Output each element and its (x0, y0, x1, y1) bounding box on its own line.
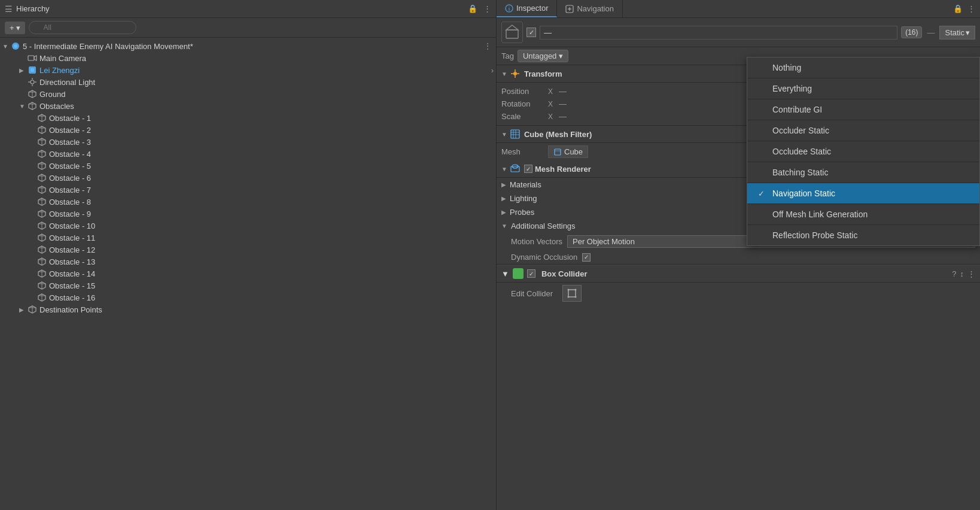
transform-section-title: Transform (524, 69, 562, 78)
mesh-renderer-arrow: ▼ (501, 166, 507, 172)
hierarchy-item[interactable]: ▶Destination Points (0, 303, 496, 315)
tree-label-21: Destination Points (39, 305, 102, 314)
hierarchy-item[interactable]: ▼Obstacles (0, 100, 496, 112)
position-value: — (559, 87, 567, 96)
hierarchy-item[interactable]: Directional Light (0, 76, 496, 88)
hamburger-icon[interactable]: ☰ (5, 4, 13, 14)
layer-badge[interactable]: (16) (901, 26, 922, 38)
transform-toggle-arrow: ▼ (501, 71, 507, 77)
lighting-label: Lighting (510, 194, 537, 203)
scale-value: — (559, 112, 567, 121)
svg-point-91 (568, 289, 570, 291)
tree-label-10: Obstacle - 6 (49, 174, 91, 183)
hierarchy-item[interactable]: Obstacle - 10 (0, 220, 496, 232)
edit-collider-button[interactable] (562, 285, 582, 302)
hierarchy-item[interactable]: Obstacle - 3 (0, 136, 496, 148)
mesh-value-box[interactable]: Cube (548, 145, 588, 158)
lock-icon[interactable]: 🔒 (468, 4, 477, 13)
tab-more-icon[interactable]: ⋮ (967, 4, 975, 13)
game-object-icon[interactable] (501, 22, 523, 43)
tag-dropdown-arrow: ▾ (559, 51, 563, 60)
tree-item-icon-21 (28, 305, 37, 314)
tree-label-19: Obstacle - 15 (49, 281, 95, 290)
tree-label-5: Obstacle - 1 (49, 114, 91, 123)
hierarchy-item[interactable]: Obstacle - 13 (0, 256, 496, 268)
hierarchy-item[interactable]: Obstacle - 15 (0, 280, 496, 292)
tree-item-icon-2 (28, 77, 37, 87)
dropdown-item-reflection-probe[interactable]: Reflection Probe Static (747, 225, 979, 245)
hierarchy-item[interactable]: Obstacle - 5 (0, 160, 496, 172)
search-input[interactable] (29, 21, 136, 34)
hierarchy-item[interactable]: Ground (0, 88, 496, 100)
box-collider-icon (513, 268, 524, 279)
materials-arrow: ▶ (501, 181, 506, 188)
dropdown-item-everything[interactable]: Everything (747, 78, 979, 99)
navigation-tab-icon (565, 5, 574, 13)
tree-arrow-4: ▼ (19, 103, 28, 110)
materials-label: Materials (510, 180, 541, 189)
tag-dropdown[interactable]: Untagged ▾ (518, 50, 568, 62)
hierarchy-root-item[interactable]: ▼ 5 - Intermediate Enemy AI Navigation M… (0, 40, 496, 52)
hierarchy-title: Hierarchy (16, 4, 50, 13)
mesh-filter-title: Cube (Mesh Filter) (524, 130, 592, 139)
dropdown-item-contribute-gi[interactable]: Contribute GI (747, 99, 979, 120)
static-dropdown-arrow: ▾ (966, 28, 970, 37)
svg-rect-2 (28, 56, 34, 60)
hierarchy-item[interactable]: Obstacle - 12 (0, 244, 496, 256)
tree-label-17: Obstacle - 13 (49, 257, 95, 266)
hierarchy-item[interactable]: Obstacle - 9 (0, 208, 496, 220)
hierarchy-item[interactable]: Obstacle - 8 (0, 196, 496, 208)
bc-action-icon[interactable]: ↕ (960, 269, 964, 278)
svg-rect-90 (568, 290, 576, 297)
static-button[interactable]: Static ▾ (939, 26, 975, 40)
hierarchy-header: ☰ Hierarchy 🔒 ⋮ (0, 0, 496, 18)
box-collider-checkbox[interactable]: ✓ (527, 269, 535, 278)
hierarchy-item[interactable]: Obstacle - 11 (0, 232, 496, 244)
tree-item-icon-13 (37, 209, 47, 218)
dropdown-item-occludee-static[interactable]: Occludee Static (747, 141, 979, 162)
hierarchy-item[interactable]: Obstacle - 14 (0, 268, 496, 280)
edit-collider-row: Edit Collider (497, 283, 980, 304)
object-name-input[interactable] (540, 26, 897, 40)
more-icon[interactable]: ⋮ (483, 4, 491, 13)
hierarchy-item[interactable]: Obstacle - 16 (0, 292, 496, 303)
tab-inspector-label: Inspector (516, 4, 548, 13)
tree-item-icon-10 (37, 173, 47, 183)
hierarchy-item[interactable]: Obstacle - 7 (0, 184, 496, 196)
root-icon (11, 41, 20, 51)
svg-marker-3 (34, 56, 36, 60)
hierarchy-item[interactable]: Obstacle - 1 (0, 112, 496, 124)
tree-item-icon-15 (37, 233, 47, 242)
dropdown-item-navigation-static[interactable]: ✓ Navigation Static (747, 183, 979, 204)
dynamic-occlusion-checkbox[interactable]: ✓ (582, 253, 591, 262)
dropdown-item-nothing[interactable]: Nothing (747, 57, 979, 78)
tab-bar: i Inspector Navigation 🔒 ⋮ (497, 0, 980, 18)
svg-text:i: i (509, 6, 510, 12)
dropdown-item-off-mesh-link[interactable]: Off Mesh Link Generation (747, 204, 979, 225)
active-checkbox[interactable]: ✓ (526, 28, 536, 37)
svg-point-1 (14, 44, 17, 48)
hierarchy-item[interactable]: Main Camera (0, 52, 496, 64)
dropdown-item-occluder-static[interactable]: Occluder Static (747, 120, 979, 141)
hierarchy-item[interactable]: Obstacle - 2 (0, 124, 496, 136)
rotation-value: — (559, 99, 567, 108)
box-collider-header[interactable]: ▼ ✓ Box Collider ? ↕ ⋮ (497, 265, 980, 283)
tab-lock-icon[interactable]: 🔒 (953, 4, 963, 13)
add-button[interactable]: + ▾ (5, 22, 25, 34)
dropdown-item-batching-static[interactable]: Batching Static (747, 162, 979, 183)
box-collider-actions: ? ↕ ⋮ (952, 269, 975, 278)
mesh-renderer-checkbox[interactable]: ✓ (524, 165, 532, 173)
svg-point-6 (31, 80, 34, 84)
tab-navigation-label: Navigation (577, 4, 613, 13)
position-label: Position (501, 87, 543, 96)
hierarchy-item[interactable]: Obstacle - 4 (0, 148, 496, 160)
tree-item-icon-5 (37, 113, 47, 123)
hierarchy-item[interactable]: ▶Lei Zhengzi› (0, 64, 496, 76)
tab-navigation[interactable]: Navigation (557, 0, 622, 17)
bc-help-icon[interactable]: ? (952, 269, 956, 278)
hierarchy-item[interactable]: Obstacle - 6 (0, 172, 496, 184)
tab-inspector[interactable]: i Inspector (497, 0, 557, 17)
edit-collider-label: Edit Collider (511, 289, 553, 298)
root-more-icon[interactable]: ⋮ (484, 42, 491, 50)
bc-more-icon[interactable]: ⋮ (967, 269, 975, 278)
